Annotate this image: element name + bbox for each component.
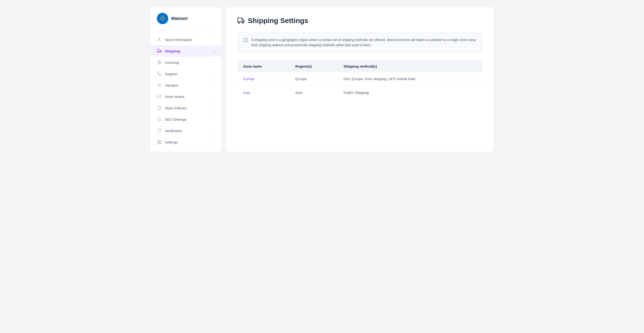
svg-point-12 bbox=[160, 52, 161, 53]
sidebar: Walmart Store Information › bbox=[150, 7, 221, 152]
support-icon bbox=[157, 71, 162, 76]
col-zone-name: Zone name bbox=[238, 61, 290, 72]
settings-icon bbox=[157, 140, 162, 144]
svg-line-23 bbox=[160, 84, 161, 84]
main-content: Shipping Settings A shipping zone is a g… bbox=[226, 7, 494, 152]
sidebar-item-invoicing[interactable]: Invoicing › bbox=[150, 57, 221, 68]
sidebar-label-store-policies: Store Policies bbox=[165, 106, 187, 110]
shipping-page-icon bbox=[238, 17, 244, 24]
shipping-icon bbox=[157, 49, 162, 53]
sidebar-label-store-notice: Store Notice bbox=[165, 95, 184, 99]
walmart-logo-icon bbox=[159, 15, 166, 22]
chevron-icon-verification: › bbox=[214, 129, 215, 133]
svg-rect-26 bbox=[158, 140, 159, 142]
chevron-icon-store-notice: › bbox=[214, 95, 215, 98]
svg-line-18 bbox=[158, 84, 158, 84]
chevron-icon-support: › bbox=[214, 72, 215, 76]
methods-asia: FedEx Shipping bbox=[338, 86, 482, 99]
svg-rect-2 bbox=[162, 20, 163, 21]
zone-europe-link[interactable]: Europe bbox=[238, 72, 290, 86]
svg-point-15 bbox=[158, 84, 160, 86]
sidebar-header: Walmart bbox=[150, 7, 221, 30]
svg-rect-27 bbox=[160, 140, 161, 142]
chevron-icon: › bbox=[214, 38, 215, 42]
sidebar-item-vacation[interactable]: Vacation › bbox=[150, 80, 221, 91]
svg-rect-1 bbox=[162, 16, 163, 18]
info-box-text: A shipping zone is a geographic region w… bbox=[252, 37, 476, 48]
region-asia: Asia bbox=[290, 86, 338, 99]
user-icon bbox=[157, 37, 162, 42]
chevron-icon-vacation: › bbox=[214, 83, 215, 87]
store-name-label: Walmart bbox=[171, 16, 188, 21]
sidebar-label-support: Support bbox=[165, 72, 178, 76]
svg-rect-29 bbox=[158, 143, 159, 144]
vacation-icon bbox=[157, 83, 162, 88]
notice-icon bbox=[157, 94, 162, 99]
svg-rect-10 bbox=[157, 49, 160, 52]
table-row: Asia Asia FedEx Shipping bbox=[238, 86, 482, 99]
svg-rect-30 bbox=[238, 18, 242, 22]
store-logo bbox=[157, 13, 168, 24]
page-header: Shipping Settings bbox=[238, 17, 482, 25]
table-row: Europe Europe DHL Europe, Free shipping,… bbox=[238, 72, 482, 86]
sidebar-label-verification: Verification bbox=[165, 129, 182, 133]
sidebar-label-invoicing: Invoicing bbox=[165, 61, 179, 65]
svg-line-19 bbox=[160, 86, 161, 87]
chevron-icon-shipping: › bbox=[214, 49, 215, 53]
page-title: Shipping Settings bbox=[248, 17, 308, 25]
svg-rect-28 bbox=[160, 143, 161, 144]
sidebar-item-verification[interactable]: Verification › bbox=[150, 125, 221, 136]
table-body: Europe Europe DHL Europe, Free shipping,… bbox=[238, 72, 482, 99]
table-header: Zone name Region(s) Shipping method(s) bbox=[238, 61, 482, 72]
region-europe: Europe bbox=[290, 72, 338, 86]
svg-rect-3 bbox=[160, 18, 162, 19]
chevron-icon-store-policies: › bbox=[214, 106, 215, 110]
sidebar-item-store-notice[interactable]: Store Notice › bbox=[150, 91, 221, 102]
sidebar-label-settings: Settings bbox=[165, 140, 178, 144]
svg-point-11 bbox=[158, 52, 158, 53]
zone-asia-link[interactable]: Asia bbox=[238, 86, 290, 99]
seo-icon bbox=[157, 117, 162, 122]
nav-list: Store Information › Shipping bbox=[150, 30, 221, 152]
sidebar-item-seo-settings[interactable]: SEO Settings › bbox=[150, 114, 221, 125]
svg-rect-4 bbox=[164, 18, 165, 19]
chevron-icon-settings: › bbox=[214, 140, 215, 144]
svg-line-25 bbox=[160, 120, 161, 121]
policies-icon bbox=[157, 106, 162, 110]
sidebar-label-shipping: Shipping bbox=[165, 49, 180, 53]
svg-point-31 bbox=[238, 22, 240, 23]
sidebar-item-store-policies[interactable]: Store Policies › bbox=[150, 102, 221, 114]
sidebar-label-vacation: Vacation bbox=[165, 83, 178, 87]
col-regions: Region(s) bbox=[290, 61, 338, 72]
sidebar-item-store-information[interactable]: Store Information › bbox=[150, 34, 221, 45]
col-shipping-methods: Shipping method(s) bbox=[338, 61, 482, 72]
sidebar-item-support[interactable]: Support › bbox=[150, 68, 221, 80]
methods-europe: DHL Europe, Free shipping, UPS Global Ra… bbox=[338, 72, 482, 86]
sidebar-item-shipping[interactable]: Shipping › bbox=[150, 45, 221, 57]
page-container: Walmart Store Information › bbox=[150, 7, 494, 152]
invoice-icon bbox=[157, 60, 162, 65]
table-header-row: Zone name Region(s) Shipping method(s) bbox=[238, 61, 482, 72]
sidebar-item-settings[interactable]: Settings › bbox=[150, 136, 221, 148]
info-icon bbox=[243, 38, 248, 43]
chevron-icon-invoicing: › bbox=[214, 61, 215, 64]
svg-line-22 bbox=[158, 86, 158, 87]
info-box: A shipping zone is a geographic region w… bbox=[238, 32, 482, 53]
chevron-icon-seo-settings: › bbox=[214, 117, 215, 121]
verification-icon bbox=[157, 128, 162, 133]
svg-point-9 bbox=[158, 38, 160, 39]
svg-point-32 bbox=[242, 22, 244, 23]
sidebar-label-store-information: Store Information bbox=[165, 38, 192, 42]
sidebar-label-seo-settings: SEO Settings bbox=[165, 117, 186, 121]
shipping-table: Zone name Region(s) Shipping method(s) E… bbox=[238, 61, 482, 99]
